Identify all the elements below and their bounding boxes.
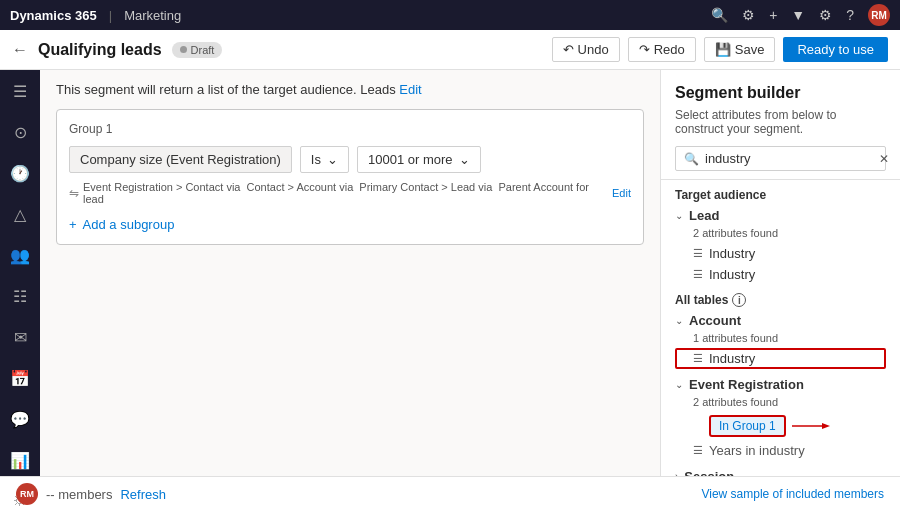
path-text: Event Registration > Contact via Contact… bbox=[83, 181, 608, 205]
segment-info: This segment will return a list of the t… bbox=[56, 82, 644, 97]
view-sample-link[interactable]: View sample of included members bbox=[701, 487, 884, 501]
back-button[interactable]: ← bbox=[12, 41, 28, 59]
add-subgroup-icon: + bbox=[69, 217, 77, 232]
undo-button[interactable]: ↶ Undo bbox=[552, 37, 620, 62]
condition-value[interactable]: 10001 or more ⌄ bbox=[357, 146, 481, 173]
value-chevron: ⌄ bbox=[459, 152, 470, 167]
chevron-down-icon: ⌄ bbox=[675, 210, 683, 221]
target-section: Target audience ⌄ Lead 2 attributes foun… bbox=[661, 180, 900, 476]
status-dot bbox=[180, 46, 187, 53]
category-session: › Session 1 attributes found bbox=[675, 469, 886, 476]
attr-icon: ☰ bbox=[693, 352, 703, 365]
second-bar-right: ↶ Undo ↷ Redo 💾 Save Ready to use bbox=[552, 37, 888, 62]
status-badge: Draft bbox=[172, 42, 223, 58]
left-sidebar: ☰ ⊙ 🕐 △ 👥 ☷ ✉ 📅 💬 📊 ⛭ bbox=[0, 70, 40, 476]
info-icon[interactable]: i bbox=[732, 293, 746, 307]
top-nav-icons: 🔍 ⚙ + ▼ ⚙ ? RM bbox=[711, 4, 890, 26]
category-session-name: Session bbox=[684, 469, 734, 476]
add-icon[interactable]: + bbox=[769, 7, 777, 23]
category-event-name: Event Registration bbox=[689, 377, 804, 392]
redo-icon: ↷ bbox=[639, 42, 650, 57]
category-event-registration-header[interactable]: ⌄ Event Registration bbox=[675, 377, 886, 392]
save-icon: 💾 bbox=[715, 42, 731, 57]
status-text: Draft bbox=[191, 44, 215, 56]
sidebar-recent-icon[interactable]: 🕐 bbox=[6, 160, 34, 187]
chevron-down-icon: ⌄ bbox=[675, 379, 683, 390]
sidebar-pin-icon[interactable]: △ bbox=[10, 201, 30, 228]
redo-button[interactable]: ↷ Redo bbox=[628, 37, 696, 62]
path-info: ⇋ Event Registration > Contact via Conta… bbox=[69, 181, 631, 205]
members-text: -- members bbox=[46, 487, 112, 502]
search-icon[interactable]: 🔍 bbox=[711, 7, 728, 23]
category-account-header[interactable]: ⌄ Account bbox=[675, 313, 886, 328]
right-panel-title: Segment builder bbox=[675, 84, 886, 102]
attr-icon: ☰ bbox=[693, 444, 703, 457]
bottom-avatar: RM bbox=[16, 483, 38, 505]
category-lead-header[interactable]: ⌄ Lead bbox=[675, 208, 886, 223]
top-nav-left: Dynamics 365 | Marketing bbox=[10, 8, 181, 23]
account-industry[interactable]: ☰ Industry bbox=[675, 348, 886, 369]
right-panel: Segment builder Select attributes from b… bbox=[660, 70, 900, 476]
chevron-right-icon: › bbox=[675, 471, 678, 476]
category-account-name: Account bbox=[689, 313, 741, 328]
bottom-left: RM -- members Refresh bbox=[16, 483, 166, 505]
sidebar-chat-icon[interactable]: 💬 bbox=[6, 406, 34, 433]
sidebar-home-icon[interactable]: ⊙ bbox=[10, 119, 31, 146]
lead-count: 2 attributes found bbox=[675, 227, 886, 239]
clear-icon[interactable]: ✕ bbox=[879, 152, 889, 166]
filter-icon[interactable]: ▼ bbox=[791, 7, 805, 23]
account-count: 1 attributes found bbox=[675, 332, 886, 344]
attr-icon: ☰ bbox=[693, 268, 703, 281]
category-lead-name: Lead bbox=[689, 208, 719, 223]
sidebar-segments-icon[interactable]: ☷ bbox=[9, 283, 31, 310]
brand-name: Dynamics 365 bbox=[10, 8, 97, 23]
add-subgroup-button[interactable]: + Add a subgroup bbox=[69, 217, 631, 232]
bottom-bar: RM -- members Refresh View sample of inc… bbox=[0, 476, 900, 511]
condition-field[interactable]: Company size (Event Registration) bbox=[69, 146, 292, 173]
path-edit-link[interactable]: Edit bbox=[612, 187, 631, 199]
in-group-badge: In Group 1 bbox=[709, 415, 786, 437]
condition-operator[interactable]: Is ⌄ bbox=[300, 146, 349, 173]
segment-entity: Leads bbox=[360, 82, 395, 97]
category-lead: ⌄ Lead 2 attributes found ☰ Industry ☰ I… bbox=[675, 208, 886, 285]
condition-row: Company size (Event Registration) Is ⌄ 1… bbox=[69, 146, 631, 173]
search-input[interactable] bbox=[705, 151, 873, 166]
settings-icon[interactable]: ⚙ bbox=[819, 7, 832, 23]
category-account: ⌄ Account 1 attributes found ☰ Industry bbox=[675, 313, 886, 369]
group-box: Group 1 Company size (Event Registration… bbox=[56, 109, 644, 245]
user-avatar[interactable]: RM bbox=[868, 4, 890, 26]
sidebar-analytics-icon[interactable]: 📊 bbox=[6, 447, 34, 474]
sidebar-contacts-icon[interactable]: 👥 bbox=[6, 242, 34, 269]
svg-marker-1 bbox=[822, 423, 830, 429]
right-panel-desc: Select attributes from below to construc… bbox=[675, 108, 886, 136]
main-layout: ☰ ⊙ 🕐 △ 👥 ☷ ✉ 📅 💬 📊 ⛭ This segment will … bbox=[0, 70, 900, 476]
path-icon: ⇋ bbox=[69, 186, 79, 200]
target-audience-label: Target audience bbox=[675, 188, 886, 202]
all-tables-label: All tables i bbox=[675, 293, 886, 307]
notification-icon[interactable]: ⚙ bbox=[742, 7, 755, 23]
right-panel-header: Segment builder Select attributes from b… bbox=[661, 70, 900, 180]
sidebar-menu-icon[interactable]: ☰ bbox=[9, 78, 31, 105]
group-label: Group 1 bbox=[69, 122, 631, 136]
attr-icon: ☰ bbox=[693, 247, 703, 260]
page-title: Qualifying leads bbox=[38, 41, 162, 59]
category-event-registration: ⌄ Event Registration 2 attributes found … bbox=[675, 377, 886, 461]
help-icon[interactable]: ? bbox=[846, 7, 854, 23]
second-bar: ← Qualifying leads Draft ↶ Undo ↷ Redo 💾… bbox=[0, 30, 900, 70]
nav-divider: | bbox=[109, 8, 112, 23]
lead-industry-2[interactable]: ☰ Industry bbox=[675, 264, 886, 285]
ready-button[interactable]: Ready to use bbox=[783, 37, 888, 62]
arrow-svg bbox=[792, 420, 832, 432]
search-box[interactable]: 🔍 ✕ bbox=[675, 146, 886, 171]
in-group-row: ☰ In Group 1 bbox=[675, 412, 886, 440]
lead-industry-1[interactable]: ☰ Industry bbox=[675, 243, 886, 264]
sidebar-email-icon[interactable]: ✉ bbox=[10, 324, 31, 351]
segment-edit-link[interactable]: Edit bbox=[399, 82, 421, 97]
sidebar-calendar-icon[interactable]: 📅 bbox=[6, 365, 34, 392]
years-in-industry[interactable]: ☰ Years in industry bbox=[675, 440, 886, 461]
refresh-link[interactable]: Refresh bbox=[120, 487, 166, 502]
content-area: This segment will return a list of the t… bbox=[40, 70, 660, 476]
second-bar-left: ← Qualifying leads Draft bbox=[12, 41, 222, 59]
category-session-header[interactable]: › Session bbox=[675, 469, 886, 476]
save-button[interactable]: 💾 Save bbox=[704, 37, 776, 62]
